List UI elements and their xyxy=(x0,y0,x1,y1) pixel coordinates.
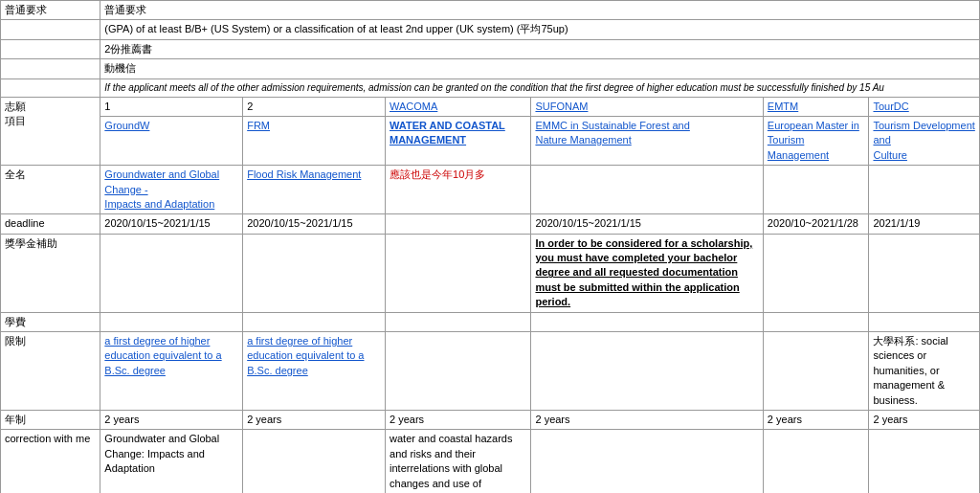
program4-deadline: 2020/10/15~2021/1/15 xyxy=(531,214,763,234)
deadline-row: deadline 2020/10/15~2021/1/15 2020/10/15… xyxy=(1,214,980,234)
requirement-label-2 xyxy=(1,20,100,39)
program2-deadline: 2020/10/15~2021/1/15 xyxy=(243,214,386,234)
requirement-label-3 xyxy=(1,39,100,58)
program2-scholarship xyxy=(243,234,386,312)
nianzhi-header: 年制 xyxy=(1,410,100,429)
program-id-row: GroundW FRM WATER AND COASTALMANAGEMENT … xyxy=(1,116,980,165)
program3-note-text: 應該也是今年10月多 xyxy=(390,168,485,180)
program3-fullname-cell: WATER AND COASTALMANAGEMENT xyxy=(386,116,531,165)
program6-scholarship xyxy=(869,234,980,312)
program2-id-cell: FRM xyxy=(243,116,386,165)
deadline-header: deadline xyxy=(1,214,100,234)
program5-fullname-link[interactable]: European Master in TourismManagement xyxy=(768,120,859,161)
fullname-row: 全名 Groundwater and Global Change -Impact… xyxy=(1,166,980,214)
requirement-rec: 2份推薦書 xyxy=(100,39,980,58)
program1-link[interactable]: GroundW xyxy=(104,120,149,131)
program1-number: 1 xyxy=(100,97,243,116)
program6-id: TourDC xyxy=(869,97,980,116)
program1-year: 2 years xyxy=(100,410,243,429)
xuefei-row: 學費 xyxy=(1,312,980,331)
program1-restriction: a first degree of higher education equiv… xyxy=(100,332,243,411)
program4-fullname-link[interactable]: EMMC in Sustainable Forest andNature Man… xyxy=(535,120,689,146)
program2-fullname-link[interactable]: Flood Risk Management xyxy=(247,168,361,180)
program6-link[interactable]: TourDC xyxy=(873,101,908,112)
program4-restriction xyxy=(531,332,763,411)
program1-deadline: 2020/10/15~2021/1/15 xyxy=(100,214,243,234)
program5-correction1 xyxy=(763,430,869,493)
program2-xuefei xyxy=(243,312,386,331)
program4-fullname-cell: EMMC in Sustainable Forest andNature Man… xyxy=(531,116,763,165)
fullname-header: 全名 xyxy=(1,166,100,214)
program6-fullname-link[interactable]: Tourism Development andCulture xyxy=(873,120,974,161)
program3-deadline xyxy=(386,214,531,234)
program1-scholarship xyxy=(100,234,243,312)
program1-xuefei xyxy=(100,312,243,331)
program3-restriction xyxy=(386,332,531,411)
program4-xuefei xyxy=(531,312,763,331)
zhiyuan-header: 志願項目 xyxy=(1,97,100,166)
program5-year: 2 years xyxy=(763,410,869,429)
correction-row1: correction with me Groundwater and Globa… xyxy=(1,430,980,493)
program1-id-cell: GroundW xyxy=(100,116,243,165)
zhiyuan-row: 志願項目 1 2 WACOMA SUFONAM EMTM TourDC xyxy=(1,97,980,116)
program6-year: 2 years xyxy=(869,410,980,429)
program4-correction1 xyxy=(531,430,763,493)
requirement-conditional-row: If the applicant meets all of the other … xyxy=(1,78,980,97)
program6-xuefei xyxy=(869,312,980,331)
program1-correction1: Groundwater and Global Change: Impacts a… xyxy=(100,430,243,493)
program5-link[interactable]: EMTM xyxy=(768,101,798,112)
scholarship-row: 獎學金補助 In order to be considered for a sc… xyxy=(1,234,980,312)
program3-correction1: water and coastal hazards and risks and … xyxy=(386,430,531,493)
requirement-motivation: 動機信 xyxy=(100,59,980,78)
program3-year: 2 years xyxy=(386,410,531,429)
program6-empty xyxy=(869,166,980,214)
restriction-header: 限制 xyxy=(1,332,100,411)
xuefei-header: 學費 xyxy=(1,312,100,331)
program4-empty xyxy=(531,166,763,214)
program2-fullname: Flood Risk Management xyxy=(243,166,386,214)
requirement-conditional: If the applicant meets all of the other … xyxy=(100,78,980,97)
requirement-label: 普通要求 xyxy=(1,1,100,20)
program5-fullname-cell: European Master in TourismManagement xyxy=(763,116,869,165)
program4-year: 2 years xyxy=(531,410,763,429)
program4-id: SUFONAM xyxy=(531,97,763,116)
program6-fullname-cell: Tourism Development andCulture xyxy=(869,116,980,165)
program5-deadline: 2020/10~2021/1/28 xyxy=(763,214,869,234)
requirement-row: 普通要求 普通要求 xyxy=(1,1,980,20)
program3-scholarship xyxy=(386,234,531,312)
requirement-label-5 xyxy=(1,78,100,97)
scholarship-header: 獎學金補助 xyxy=(1,234,100,312)
program6-correction1 xyxy=(869,430,980,493)
program6-restriction: 大學科系: social sciences or humanities, or … xyxy=(869,332,980,411)
program5-restriction xyxy=(763,332,869,411)
program3-fullname-link[interactable]: WATER AND COASTALMANAGEMENT xyxy=(390,120,505,146)
program1-restriction-text: a first degree of higher education equiv… xyxy=(104,335,221,376)
program2-number: 2 xyxy=(243,97,386,116)
program4-scholarship-note: In order to be considered for a scholars… xyxy=(535,237,752,308)
program2-restriction: a first degree of higher education equiv… xyxy=(243,332,386,411)
requirement-ielts: 普通要求 xyxy=(100,1,980,20)
requirement-motivation-row: 動機信 xyxy=(1,59,980,78)
program3-id: WACOMA xyxy=(386,97,531,116)
nianzhi-row: 年制 2 years 2 years 2 years 2 years 2 yea… xyxy=(1,410,980,429)
correction-header: correction with me xyxy=(1,430,100,493)
requirement-label-4 xyxy=(1,59,100,78)
requirement-rec-row: 2份推薦書 xyxy=(1,39,980,58)
program6-deadline: 2021/1/19 xyxy=(869,214,980,234)
program5-empty xyxy=(763,166,869,214)
program3-note: 應該也是今年10月多 xyxy=(386,166,531,214)
program3-link[interactable]: WACOMA xyxy=(390,101,437,112)
program1-fullname: Groundwater and Global Change -Impacts a… xyxy=(100,166,243,214)
requirement-gpa: (GPA) of at least B/B+ (US System) or a … xyxy=(100,20,980,39)
program5-id: EMTM xyxy=(763,97,869,116)
program4-link[interactable]: SUFONAM xyxy=(535,101,588,112)
program5-scholarship xyxy=(763,234,869,312)
program2-year: 2 years xyxy=(243,410,386,429)
program2-link[interactable]: FRM xyxy=(247,120,270,131)
program2-correction1 xyxy=(243,430,386,493)
program1-fullname-link[interactable]: Groundwater and Global Change -Impacts a… xyxy=(104,168,219,210)
program2-restriction-text: a first degree of higher education equiv… xyxy=(247,335,364,376)
program4-scholarship: In order to be considered for a scholars… xyxy=(531,234,763,312)
program3-xuefei xyxy=(386,312,531,331)
requirement-gpa-row: (GPA) of at least B/B+ (US System) or a … xyxy=(1,20,980,39)
